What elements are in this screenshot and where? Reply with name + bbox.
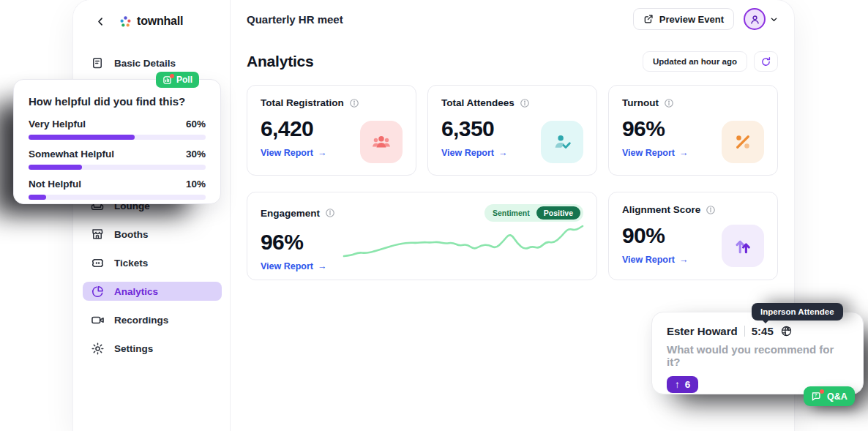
upvote-count: 6 (685, 379, 691, 390)
poll-option-percent: 30% (186, 149, 206, 160)
poll-progress-fill (29, 135, 135, 140)
card-engagement: Engagement Sentiment Positive 96% View R… (247, 192, 597, 280)
poll-progress-track (29, 195, 206, 200)
qa-badge-label: Q&A (827, 391, 848, 402)
card-title: Alignment Score (622, 204, 700, 215)
info-icon[interactable] (325, 208, 335, 218)
sentiment-value: Positive (536, 206, 580, 220)
engagement-sparkline (342, 220, 585, 261)
sidebar-item-recordings[interactable]: Recordings (83, 310, 222, 329)
sentiment-label: Sentiment (493, 209, 530, 217)
external-link-icon (643, 14, 654, 24)
arrow-right-icon: → (318, 261, 327, 271)
avatar (744, 8, 766, 30)
sidebar-header: townhall (73, 0, 230, 28)
sidebar-item-booths[interactable]: Booths (83, 225, 222, 244)
attendee-type-tooltip: Inperson Attendee (752, 303, 843, 321)
poll-option-label: Somewhat Helpful (29, 149, 114, 160)
arrow-right-icon: → (679, 148, 689, 158)
card-turnout: Turnout 96% View Report→ (608, 85, 778, 176)
sidebar-item-analytics[interactable]: Analytics (83, 282, 222, 301)
video-camera-icon (90, 313, 105, 327)
info-icon[interactable] (706, 205, 716, 215)
double-up-arrows-icon (722, 225, 764, 267)
preview-event-label: Preview Event (659, 14, 724, 25)
refresh-button[interactable] (754, 51, 778, 72)
card-title: Turnout (622, 97, 659, 108)
poll-option-label: Very Helpful (29, 119, 86, 130)
brand-name: townhall (137, 15, 183, 28)
refresh-icon (760, 56, 771, 67)
poll-progress-fill (29, 195, 46, 200)
ticket-icon (90, 256, 105, 270)
user-icon (749, 13, 761, 26)
view-report-link[interactable]: View Report→ (622, 148, 689, 158)
divider (744, 326, 745, 337)
card-title: Total Registration (261, 97, 344, 108)
updated-status: Updated an hour ago (643, 51, 747, 72)
notification-dot (170, 74, 174, 78)
sidebar-item-label: Booths (114, 229, 149, 240)
poll-option[interactable]: Somewhat Helpful 30% (29, 149, 206, 170)
card-total-registration: Total Registration 6,420 View Report→ (247, 85, 416, 176)
storefront-icon (90, 228, 105, 241)
card-total-attendees: Total Attendees 6,350 View Report→ (427, 85, 597, 176)
people-group-icon (360, 121, 403, 163)
poll-option-percent: 60% (186, 119, 206, 130)
poll-chart-icon (162, 75, 172, 85)
card-alignment-score: Alignment Score 90% View Report→ (608, 192, 778, 280)
document-icon (90, 56, 105, 70)
section-title: Analytics (247, 53, 314, 70)
card-title: Total Attendees (441, 97, 515, 108)
arrow-right-icon: → (318, 148, 327, 158)
gear-icon (90, 342, 105, 356)
qa-badge-button[interactable]: ? Q&A (804, 386, 855, 406)
poll-option[interactable]: Not Helpful 10% (29, 179, 206, 200)
townhall-logo-icon (119, 15, 132, 28)
view-report-link[interactable]: View Report→ (622, 255, 689, 265)
arrow-up-icon: ↑ (675, 379, 680, 390)
topbar: Quarterly HR meet Preview Event (231, 0, 794, 38)
screen: townhall Basic Details Lounge Booths (0, 0, 868, 431)
poll-option-label: Not Helpful (29, 179, 81, 190)
info-icon[interactable] (349, 98, 359, 108)
attendee-globe-icon[interactable] (780, 325, 793, 337)
event-title: Quarterly HR meet (247, 13, 343, 26)
account-menu[interactable] (744, 8, 778, 30)
chevron-left-icon (95, 16, 106, 27)
poll-progress-fill (29, 165, 82, 170)
view-report-link[interactable]: View Report→ (441, 148, 508, 158)
arrow-right-icon: → (679, 255, 689, 265)
view-report-link[interactable]: View Report→ (261, 261, 327, 271)
qa-card: Ester Howard 5:45 What would you recomme… (651, 312, 864, 394)
poll-card: Poll How helpful did you find this? Very… (13, 79, 221, 204)
sidebar-item-label: Basic Details (114, 58, 176, 69)
pie-chart-icon (90, 285, 105, 299)
sidebar-item-tickets[interactable]: Tickets (83, 253, 222, 272)
qa-chat-icon: ? (811, 391, 822, 402)
sidebar-item-label: Settings (114, 343, 153, 354)
arrow-right-icon: → (498, 148, 508, 158)
card-title: Engagement (261, 208, 320, 219)
info-icon[interactable] (520, 98, 530, 108)
upvote-button[interactable]: ↑ 6 (667, 376, 698, 393)
sidebar: townhall Basic Details Lounge Booths (73, 0, 231, 431)
sidebar-item-basic-details[interactable]: Basic Details (83, 53, 222, 72)
poll-badge: Poll (156, 72, 199, 88)
view-report-link[interactable]: View Report→ (261, 148, 327, 158)
analytics-header: Analytics Updated an hour ago (231, 51, 794, 72)
sidebar-item-label: Analytics (114, 286, 158, 297)
poll-question: How helpful did you find this? (29, 95, 206, 108)
poll-option[interactable]: Very Helpful 60% (29, 119, 206, 140)
sidebar-item-label: Recordings (114, 315, 168, 326)
info-icon[interactable] (664, 98, 674, 108)
poll-progress-track (29, 135, 206, 140)
preview-event-button[interactable]: Preview Event (633, 8, 734, 30)
chevron-down-icon (770, 15, 778, 23)
poll-badge-label: Poll (176, 75, 192, 85)
notification-dot (820, 389, 824, 394)
person-check-icon (541, 121, 583, 163)
qa-author: Ester Howard (667, 325, 738, 337)
sidebar-item-settings[interactable]: Settings (83, 339, 222, 358)
back-button[interactable] (95, 16, 106, 27)
